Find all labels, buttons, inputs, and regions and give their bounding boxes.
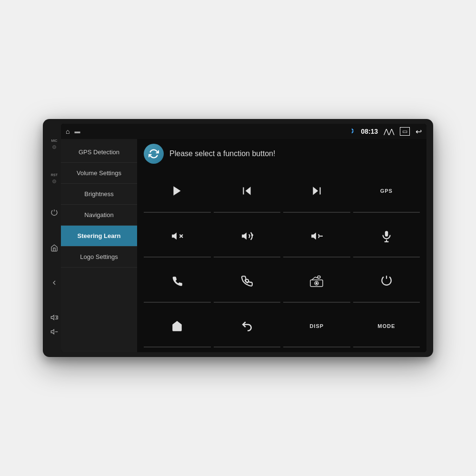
svg-line-27 bbox=[312, 277, 315, 280]
svg-marker-18 bbox=[311, 232, 316, 239]
disp-button[interactable]: DISP bbox=[283, 306, 350, 348]
home-side-button[interactable] bbox=[49, 243, 60, 253]
main-content: GPS Detection Volume Settings Brightness… bbox=[61, 139, 426, 352]
sidebar-menu: GPS Detection Volume Settings Brightness… bbox=[61, 139, 137, 352]
button-grid: GPS bbox=[144, 170, 420, 347]
svg-point-26 bbox=[316, 283, 317, 284]
menu-item-logo-settings[interactable]: Logo Settings bbox=[61, 247, 137, 268]
vol-down-side-button[interactable] bbox=[49, 327, 60, 337]
time-display: 08:13 bbox=[361, 128, 378, 135]
phone-button[interactable] bbox=[144, 260, 211, 303]
gps-label: GPS bbox=[380, 188, 393, 194]
menu-item-navigation[interactable]: Navigation bbox=[61, 205, 137, 226]
svg-point-23 bbox=[246, 279, 249, 283]
svg-marker-7 bbox=[174, 187, 181, 196]
power-button[interactable] bbox=[49, 208, 60, 218]
phone-alt-button[interactable] bbox=[214, 260, 281, 303]
svg-marker-0 bbox=[51, 316, 54, 320]
panel-title: Please select a function button! bbox=[169, 149, 275, 158]
back-side-button[interactable] bbox=[49, 278, 60, 288]
back-status-icon[interactable]: ↩ bbox=[416, 127, 422, 136]
mic-label: MIC bbox=[51, 139, 58, 142]
play-button[interactable] bbox=[144, 170, 211, 213]
power-grid-button[interactable] bbox=[353, 260, 420, 303]
refresh-button[interactable] bbox=[144, 144, 164, 164]
rst-label: RST bbox=[51, 173, 58, 177]
panel-header: Please select a function button! bbox=[144, 144, 420, 164]
gps-button[interactable]: GPS bbox=[353, 170, 420, 213]
svg-marker-12 bbox=[172, 232, 177, 239]
svg-marker-8 bbox=[246, 187, 251, 195]
vol-up-side-button[interactable] bbox=[49, 312, 60, 323]
screen: ⌂ ▬ 08:13 ⋀⋀ ▭ ↩ GPS Detection Vo bbox=[61, 124, 426, 352]
svg-point-29 bbox=[317, 276, 320, 278]
screen-status-icon[interactable]: ▬ bbox=[74, 128, 80, 135]
menu-item-brightness[interactable]: Brightness bbox=[61, 184, 137, 205]
mic-indicator bbox=[52, 145, 56, 149]
mute-button[interactable] bbox=[144, 216, 211, 258]
bluetooth-icon bbox=[348, 128, 355, 136]
mode-button[interactable]: MODE bbox=[353, 306, 420, 348]
svg-marker-10 bbox=[313, 187, 318, 195]
rst-indicator bbox=[52, 179, 56, 183]
vol-up-button[interactable] bbox=[214, 216, 281, 258]
back-grid-button[interactable] bbox=[214, 306, 281, 348]
svg-rect-20 bbox=[385, 231, 388, 237]
home-status-icon[interactable]: ⌂ bbox=[66, 128, 69, 135]
disp-label: DISP bbox=[309, 323, 324, 329]
radio-button[interactable] bbox=[283, 260, 350, 303]
mic-button[interactable] bbox=[353, 216, 420, 258]
menu-item-volume-settings[interactable]: Volume Settings bbox=[61, 163, 137, 184]
svg-marker-15 bbox=[242, 232, 247, 239]
mode-label: MODE bbox=[377, 323, 395, 329]
side-controls: MIC RST bbox=[48, 124, 61, 352]
car-stereo-device: MIC RST bbox=[43, 119, 433, 357]
next-button[interactable] bbox=[283, 170, 350, 213]
status-bar: ⌂ ▬ 08:13 ⋀⋀ ▭ ↩ bbox=[61, 124, 426, 139]
content-panel: Please select a function button! bbox=[137, 139, 426, 352]
chevron-up-icon: ⋀⋀ bbox=[384, 128, 394, 135]
menu-item-steering-learn[interactable]: Steering Learn bbox=[61, 226, 137, 247]
home-grid-button[interactable] bbox=[144, 306, 211, 348]
window-icon: ▭ bbox=[400, 127, 410, 136]
vol-down-button[interactable] bbox=[283, 216, 350, 258]
prev-button[interactable] bbox=[214, 170, 281, 213]
menu-item-gps-detection[interactable]: GPS Detection bbox=[61, 142, 137, 163]
svg-marker-5 bbox=[51, 330, 54, 334]
